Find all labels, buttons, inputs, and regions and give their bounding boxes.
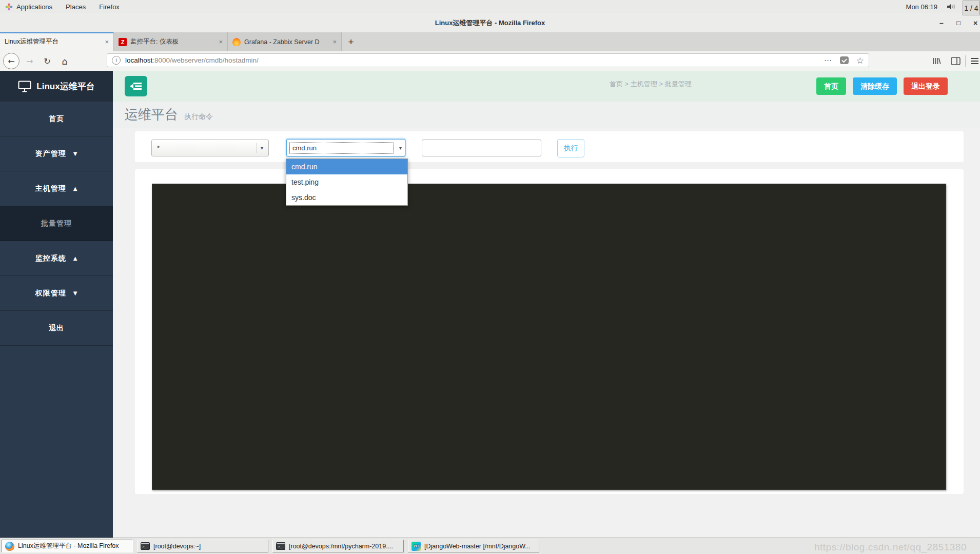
target-host-select[interactable]: * ▾: [151, 140, 269, 156]
system-top-bar: Applications Places Firefox Mon 06:19: [0, 0, 980, 14]
command-select[interactable]: cmd.run ▾: [286, 139, 405, 156]
tab-label: Grafana - Zabbix Server D: [244, 38, 329, 46]
dropdown-option-sys-doc[interactable]: sys.doc: [286, 190, 407, 205]
csdn-watermark: https://blog.csdn.net/qq_2851380: [814, 542, 967, 553]
url-bar[interactable]: i localhost :8000/webserver/cmdb/hostadm…: [107, 53, 869, 67]
tab-close-icon[interactable]: ×: [105, 38, 109, 46]
applications-label: Applications: [16, 3, 52, 11]
sidebar-item-monitoring[interactable]: 监控系统 ▲: [0, 241, 113, 276]
library-icon[interactable]: [932, 57, 941, 66]
clear-cache-button[interactable]: 清除缓存: [853, 77, 897, 95]
desktop: Applications Places Firefox Mon 06:19 Li…: [0, 0, 980, 554]
sidebar-toggle-icon[interactable]: [951, 57, 961, 66]
command-select-value: cmd.run: [289, 142, 394, 154]
dropdown-option-test-ping[interactable]: test.ping: [286, 174, 407, 190]
workspace-indicator[interactable]: 1 / 4: [963, 1, 980, 15]
applications-menu[interactable]: Applications: [5, 3, 52, 11]
taskbar-item-terminal-1[interactable]: [root@devops:~]: [137, 540, 268, 552]
command-args-input[interactable]: [422, 140, 541, 156]
grafana-favicon-icon: [232, 38, 241, 46]
tab-bar: Linux运维管理平台 × Z 监控平台: 仪表板 × Grafana - Za…: [0, 32, 980, 51]
system-menus: Applications Places Firefox: [0, 3, 120, 11]
taskbar-item-pycharm[interactable]: PC [DjangoWeb-master [/mnt/DjangoW...: [408, 540, 539, 552]
chevron-down-icon: ▼: [73, 151, 78, 156]
clock[interactable]: Mon 06:19: [906, 3, 937, 11]
home-page-button[interactable]: 首页: [816, 77, 846, 95]
back-button[interactable]: ←: [3, 53, 19, 69]
zabbix-favicon-icon: Z: [119, 38, 127, 46]
dropdown-option-cmd-run[interactable]: cmd.run: [286, 159, 407, 174]
browser-menu-icon[interactable]: [970, 57, 979, 65]
taskbar: Linux运维管理平台 - Mozilla Firefox [root@devo…: [0, 538, 980, 554]
terminal-icon: [276, 542, 285, 550]
sidebar-item-assets[interactable]: 资产管理 ▼: [0, 136, 113, 171]
tab-grafana[interactable]: Grafana - Zabbix Server D ×: [228, 32, 342, 51]
sidebar-collapse-button[interactable]: [125, 76, 147, 96]
window-title: Linux运维管理平台 - Mozilla Firefox: [435, 18, 545, 28]
reload-button[interactable]: ↻: [41, 55, 53, 67]
tab-close-icon[interactable]: ×: [332, 38, 337, 46]
target-select-value: *: [157, 144, 160, 152]
new-tab-button[interactable]: +: [342, 32, 360, 51]
bookmark-star-icon[interactable]: ☆: [856, 55, 864, 66]
volume-icon[interactable]: [947, 3, 956, 10]
firefox-menu[interactable]: Firefox: [99, 3, 120, 11]
toolbar-separator: [965, 55, 966, 67]
command-output-terminal: [152, 184, 946, 490]
caret-down-icon: ▾: [395, 143, 402, 152]
url-path: :8000/webserver/cmdb/hostadmin/: [152, 56, 258, 64]
tab-zabbix-dashboard[interactable]: Z 监控平台: 仪表板 ×: [114, 32, 228, 51]
firefox-icon: [5, 542, 14, 551]
caret-down-icon: ▾: [256, 143, 263, 153]
page-title-row: 运维平台执行命令: [113, 102, 980, 128]
browser-toolbar: ← → ↻ ⌂ i localhost :8000/webserver/cmdb…: [0, 51, 980, 71]
maximize-button[interactable]: □: [951, 13, 966, 32]
monitor-icon: [18, 81, 31, 92]
minimize-button[interactable]: –: [934, 13, 949, 32]
terminal-icon: [141, 542, 150, 550]
site-info-icon[interactable]: i: [112, 56, 121, 65]
chevron-down-icon: ▼: [73, 290, 78, 296]
forward-button[interactable]: →: [24, 55, 36, 67]
sidebar-item-hosts[interactable]: 主机管理 ▲: [0, 171, 113, 206]
page-title: 运维平台执行命令: [125, 106, 213, 124]
chevron-up-icon: ▲: [73, 255, 78, 261]
applications-icon: [5, 3, 13, 11]
app-logo-text: Linux运维平台: [36, 81, 94, 92]
firefox-titlebar: Linux运维管理平台 - Mozilla Firefox – □ ×: [0, 13, 980, 33]
pycharm-icon: PC: [411, 542, 421, 551]
url-actions: ⋯ ☆: [824, 55, 864, 66]
page-actions-icon[interactable]: ⋯: [824, 56, 832, 65]
command-dropdown-list: cmd.run test.ping sys.doc: [286, 159, 408, 206]
sidebar-item-exit[interactable]: 退出: [0, 311, 113, 346]
execute-button[interactable]: 执行: [557, 139, 584, 157]
chevron-up-icon: ▲: [73, 186, 78, 191]
app-sidebar: Linux运维平台 首页 资产管理 ▼ 主机管理 ▲ 批量管理 监控系统 ▲ 权…: [0, 71, 113, 538]
places-menu[interactable]: Places: [66, 3, 86, 11]
tab-linux-platform[interactable]: Linux运维管理平台 ×: [0, 32, 114, 51]
taskbar-item-terminal-2[interactable]: [root@devops:/mnt/pycharm-2019....: [272, 540, 404, 552]
app-logo[interactable]: Linux运维平台: [0, 71, 113, 102]
collapse-menu-icon: [130, 81, 143, 91]
tab-close-icon[interactable]: ×: [219, 38, 223, 46]
tab-label: 监控平台: 仪表板: [130, 37, 215, 46]
page-subtitle: 执行命令: [184, 112, 213, 121]
page-content: Linux运维平台 首页 资产管理 ▼ 主机管理 ▲ 批量管理 监控系统 ▲ 权…: [0, 71, 980, 538]
logout-button[interactable]: 退出登录: [904, 77, 948, 95]
breadcrumb: 首页 > 主机管理 > 批量管理: [610, 80, 692, 89]
close-window-button[interactable]: ×: [968, 13, 980, 32]
tab-label: Linux运维管理平台: [5, 37, 102, 46]
taskbar-item-firefox[interactable]: Linux运维管理平台 - Mozilla Firefox: [2, 540, 133, 552]
header-buttons: 首页 清除缓存 退出登录: [816, 77, 948, 95]
sidebar-item-home[interactable]: 首页: [0, 102, 113, 136]
url-host: localhost: [125, 56, 152, 64]
pocket-icon[interactable]: [840, 56, 849, 64]
sidebar-item-permissions[interactable]: 权限管理 ▼: [0, 276, 113, 311]
home-button[interactable]: ⌂: [58, 55, 71, 67]
sidebar-item-batch-admin[interactable]: 批量管理: [0, 206, 113, 241]
